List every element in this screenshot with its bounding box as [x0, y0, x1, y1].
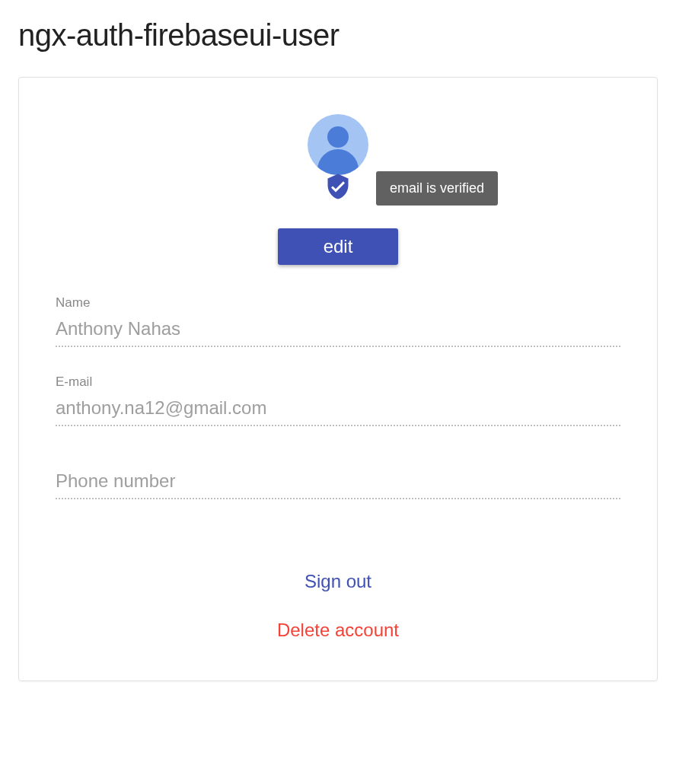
sign-out-button[interactable]: Sign out: [295, 568, 381, 595]
page-title: ngx-auth-firebaseui-user: [18, 18, 658, 53]
avatar: [308, 114, 368, 175]
edit-button[interactable]: edit: [278, 228, 399, 265]
name-label: Name: [56, 295, 620, 311]
edit-row: edit: [56, 228, 620, 265]
email-field: E-mail: [56, 374, 620, 426]
verified-shield-icon: [324, 171, 352, 206]
email-label: E-mail: [56, 374, 620, 390]
avatar-section: email is verified: [56, 114, 620, 206]
phone-input[interactable]: [56, 467, 620, 499]
avatar-wrap: [308, 114, 368, 175]
actions: Sign out Delete account: [56, 568, 620, 644]
name-field: Name: [56, 295, 620, 347]
verified-tooltip: email is verified: [376, 171, 498, 206]
phone-field: [56, 467, 620, 499]
email-input[interactable]: [56, 394, 620, 426]
name-input[interactable]: [56, 315, 620, 347]
delete-account-button[interactable]: Delete account: [268, 617, 408, 644]
user-card: email is verified edit Name E-mail Sign …: [18, 77, 658, 681]
verified-badge-row: email is verified: [324, 171, 498, 206]
